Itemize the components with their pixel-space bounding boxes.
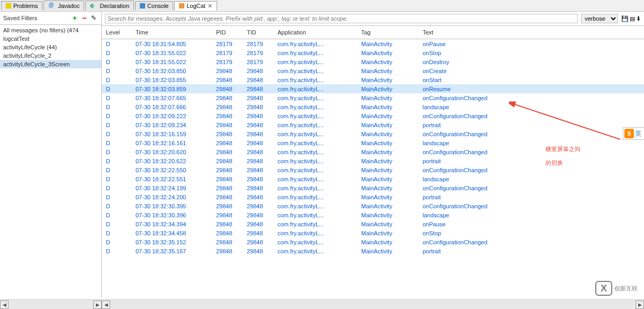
log-table[interactable]: Level Time PID TID Application Tag Text …	[102, 26, 644, 297]
tab-logcat[interactable]: LogCat ✕	[174, 1, 217, 11]
log-row[interactable]: D07-30 18:32:30.3952984829848com.fry.act…	[102, 201, 644, 210]
column-text[interactable]: Text	[418, 26, 644, 39]
column-time[interactable]: Time	[131, 26, 212, 39]
cell-tid: 29848	[243, 230, 273, 236]
remove-filter-button[interactable]: −	[80, 14, 88, 22]
filter-item[interactable]: activityLifeCycle_3Screen	[0, 60, 101, 68]
cell-application: com.fry.activityL...	[273, 149, 357, 155]
log-row[interactable]: D07-30 18:32:20.6202984829848com.fry.act…	[102, 147, 644, 156]
cell-tag: MainActivity	[357, 131, 418, 137]
ime-logo-icon: S	[624, 129, 634, 138]
cell-pid: 29848	[212, 212, 243, 218]
column-pid[interactable]: PID	[212, 26, 243, 39]
close-icon[interactable]: ✕	[208, 3, 212, 10]
log-row[interactable]: D07-30 18:32:35.1522984829848com.fry.act…	[102, 237, 644, 246]
tab-javadoc[interactable]: @ Javadoc	[43, 1, 84, 11]
log-row[interactable]: D07-30 18:31:55.0222817928179com.fry.act…	[102, 57, 644, 66]
filter-item[interactable]: All messages (no filters) (474	[0, 26, 101, 34]
filter-item[interactable]: activityLifeCycle (44)	[0, 43, 101, 51]
log-row[interactable]: D07-30 18:32:03.8502984829848com.fry.act…	[102, 66, 644, 75]
scroll-lock-icon[interactable]: ⬇	[636, 15, 641, 22]
cell-text: onStart	[418, 77, 644, 83]
cell-time: 07-30 18:32:16.161	[131, 140, 212, 146]
cell-time: 07-30 18:32:03.859	[131, 86, 212, 92]
log-row[interactable]: D07-30 18:32:03.8592984829848com.fry.act…	[102, 84, 644, 93]
edit-filter-button[interactable]: ✎	[90, 14, 98, 22]
cell-level: D	[102, 239, 131, 245]
search-bar: verbose 💾 ▤ ⬇	[102, 12, 644, 26]
scroll-right-icon[interactable]: ▶	[636, 301, 644, 309]
scroll-left-icon[interactable]: ◀	[102, 301, 110, 309]
log-row[interactable]: D07-30 18:32:34.3942984829848com.fry.act…	[102, 219, 644, 228]
log-row[interactable]: D07-30 18:32:09.2222984829848com.fry.act…	[102, 111, 644, 120]
search-input[interactable]	[105, 14, 578, 23]
scroll-left-icon[interactable]: ◀	[0, 301, 8, 309]
cell-level: D	[102, 77, 131, 83]
main-scrollbar[interactable]: ◀ ▶	[102, 299, 644, 309]
clear-icon[interactable]: ▤	[630, 15, 635, 22]
ime-widget[interactable]: S 英	[623, 127, 644, 140]
cell-pid: 29848	[212, 185, 243, 191]
cell-tid: 29848	[243, 140, 273, 146]
cell-pid: 28179	[212, 41, 243, 47]
cell-text: onConfigurationChanged	[418, 95, 644, 101]
log-row[interactable]: D07-30 18:32:16.1592984829848com.fry.act…	[102, 129, 644, 138]
tab-declaration[interactable]: ⬖ Declaration	[85, 1, 134, 11]
cell-level: D	[102, 230, 131, 236]
log-row[interactable]: D07-30 18:32:16.1612984829848com.fry.act…	[102, 138, 644, 147]
cell-pid: 28179	[212, 50, 243, 56]
log-row[interactable]: D07-30 18:32:24.2002984829848com.fry.act…	[102, 192, 644, 201]
log-row[interactable]: D07-30 18:32:07.6662984829848com.fry.act…	[102, 102, 644, 111]
cell-time: 07-30 18:32:07.665	[131, 95, 212, 101]
cell-tid: 28179	[243, 41, 273, 47]
cell-tid: 29848	[243, 86, 273, 92]
column-application[interactable]: Application	[273, 26, 357, 39]
cell-application: com.fry.activityL...	[273, 167, 357, 173]
scroll-right-icon[interactable]: ▶	[93, 301, 102, 309]
cell-tag: MainActivity	[357, 77, 418, 83]
declaration-icon: ⬖	[90, 2, 97, 10]
log-row[interactable]: D07-30 18:32:30.3962984829848com.fry.act…	[102, 210, 644, 219]
cell-application: com.fry.activityL...	[273, 203, 357, 209]
log-level-select[interactable]: verbose	[581, 14, 618, 23]
cell-tag: MainActivity	[357, 122, 418, 128]
cell-time: 07-30 18:31:54.805	[131, 41, 212, 47]
cell-tag: MainActivity	[357, 158, 418, 164]
cell-time: 07-30 18:32:03.850	[131, 68, 212, 74]
log-row[interactable]: D07-30 18:32:22.5512984829848com.fry.act…	[102, 174, 644, 183]
log-row[interactable]: D07-30 18:32:09.2342984829848com.fry.act…	[102, 120, 644, 129]
cell-text: portrait	[418, 248, 644, 254]
cell-tid: 29848	[243, 185, 273, 191]
log-row[interactable]: D07-30 18:32:24.1992984829848com.fry.act…	[102, 183, 644, 192]
log-row[interactable]: D07-30 18:31:55.0222817928179com.fry.act…	[102, 48, 644, 57]
filter-item[interactable]: activityLifeCycle_2	[0, 51, 101, 60]
cell-tid: 29848	[243, 221, 273, 227]
tab-console[interactable]: Console	[135, 1, 173, 10]
log-row[interactable]: D07-30 18:31:54.8052817928179com.fry.act…	[102, 39, 644, 48]
sidebar-scrollbar[interactable]: ◀ ▶	[0, 299, 102, 309]
scroll-track[interactable]	[8, 301, 93, 309]
javadoc-icon: @	[48, 2, 56, 10]
filter-item[interactable]: logcatTest	[0, 34, 101, 43]
cell-level: D	[102, 140, 131, 146]
cell-pid: 29848	[212, 131, 243, 137]
save-icon[interactable]: 💾	[621, 15, 629, 22]
log-row[interactable]: D07-30 18:32:03.8552984829848com.fry.act…	[102, 75, 644, 84]
cell-application: com.fry.activityL...	[273, 185, 357, 191]
log-row[interactable]: D07-30 18:32:35.1672984829848com.fry.act…	[102, 246, 644, 255]
tab-label: LogCat	[186, 3, 205, 9]
cell-level: D	[102, 68, 131, 74]
log-row[interactable]: D07-30 18:32:07.6652984829848com.fry.act…	[102, 93, 644, 102]
tab-problems[interactable]: Problems	[1, 1, 42, 10]
cell-application: com.fry.activityL...	[273, 113, 357, 119]
log-row[interactable]: D07-30 18:32:20.6222984829848com.fry.act…	[102, 156, 644, 165]
column-level[interactable]: Level	[102, 26, 131, 39]
add-filter-button[interactable]: +	[70, 14, 79, 22]
log-row[interactable]: D07-30 18:32:34.4582984829848com.fry.act…	[102, 228, 644, 237]
cell-text: onCreate	[418, 68, 644, 74]
log-row[interactable]: D07-30 18:32:22.5502984829848com.fry.act…	[102, 165, 644, 174]
scroll-track[interactable]	[110, 301, 636, 309]
watermark-mark: X	[595, 281, 612, 296]
column-tag[interactable]: Tag	[357, 26, 418, 39]
column-tid[interactable]: TID	[243, 26, 273, 39]
